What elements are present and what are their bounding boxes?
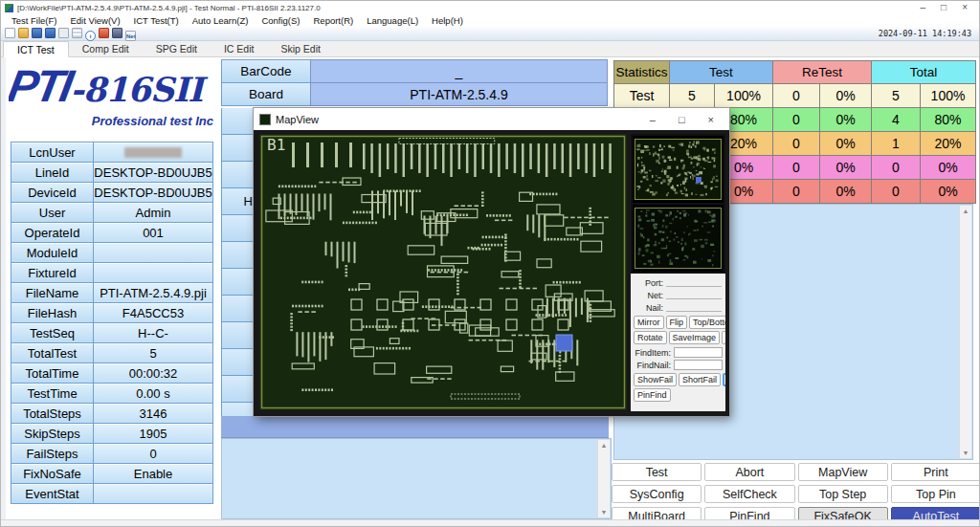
net-icon[interactable]: Net [125, 31, 136, 41]
stats-cell: 100% [715, 84, 773, 108]
pinfind-button[interactable]: PinFind [634, 388, 671, 402]
toolbar-icons: iNet [5, 25, 139, 42]
learn-icon[interactable] [99, 28, 109, 38]
info-label-eventstat: EventStat [11, 483, 94, 504]
maximize-button[interactable]: □ [941, 2, 947, 13]
scroll-down-icon[interactable]: ▼ [601, 509, 608, 516]
shortfail-button[interactable]: ShortFail [679, 373, 721, 386]
minimize-button[interactable]: – [921, 2, 926, 13]
tab-ict-test[interactable]: ICT Test [3, 41, 69, 57]
flip-button[interactable]: Flip [666, 316, 688, 329]
log-scrollbar[interactable]: ▲ ▼ [597, 440, 610, 517]
mapview-field-finditem: FindItem: [633, 346, 725, 359]
partial-row-label [222, 376, 254, 403]
mapview-button-row: MirrorFlipTop/Bottom [634, 316, 725, 329]
clear-button[interactable]: Clear [723, 373, 725, 386]
field-input-nail[interactable] [666, 303, 722, 312]
info-value-operateid: 001 [93, 222, 213, 243]
result-scrollbar[interactable]: ▲ ▼ [959, 206, 971, 458]
scroll-down-icon[interactable]: ▼ [963, 450, 969, 456]
close-button[interactable]: × [962, 2, 968, 13]
board-id-label: B1 [267, 136, 285, 154]
info-row: DeviceIdDESKTOP-BD0UJB5 [11, 182, 213, 203]
mapview-minimize-button[interactable]: – [650, 114, 656, 125]
save-icon[interactable] [32, 28, 42, 38]
left-frame-strip [1, 57, 6, 519]
info-row: TestTime0.00 s [11, 383, 213, 404]
field-label: FindItem: [633, 348, 671, 358]
grid-icon[interactable] [72, 28, 82, 38]
mapview-side-panel: Port:Net:Nail:MirrorFlipTop/BottomRotate… [631, 134, 725, 411]
color-button[interactable]: Color [722, 331, 725, 344]
info-icon[interactable]: i [85, 31, 96, 41]
tab-ic-edit[interactable]: IC Edit [211, 41, 268, 56]
pcb-map-canvas[interactable]: B1 [259, 134, 627, 410]
selfcheck-button[interactable]: SelfCheck [704, 485, 794, 503]
info-label-lineid: LineId [11, 162, 94, 183]
menu-item-auto-learn-z[interactable]: Auto Learn(Z) [186, 15, 256, 26]
mirror-button[interactable]: Mirror [634, 316, 664, 329]
scroll-up-icon[interactable]: ▲ [963, 208, 969, 214]
app-window: [D:\WorkFile\PTI-ATM-2.5.4.9\PTI-ATM-2.5… [0, 0, 980, 527]
top-bottom-button[interactable]: Top/Bottom [689, 316, 725, 329]
info-row: FileHashF4A5CC53 [11, 302, 213, 323]
mapview-maximize-button[interactable]: □ [679, 114, 685, 125]
info-label-totalsteps: TotalSteps [11, 403, 94, 424]
pcb-thumbnail-bottom[interactable] [633, 205, 724, 272]
scroll-up-icon[interactable]: ▲ [601, 442, 608, 449]
info-row: UserAdmin [11, 202, 213, 223]
mapview-window: MapView – □ × B1 Port:Net:Nail:MirrorFli… [254, 108, 729, 416]
mapview-field-net: Net: [633, 289, 725, 301]
test-button[interactable]: Test [612, 463, 702, 481]
showfail-button[interactable]: ShowFail [634, 373, 677, 386]
field-input-net[interactable] [666, 291, 722, 299]
board-row-barcode: BarCode_ [221, 59, 608, 83]
save-all-icon[interactable] [45, 28, 56, 38]
menu-item-config-s[interactable]: Config(S) [255, 15, 306, 26]
menu-item-help-h[interactable]: Help(H) [425, 15, 470, 26]
menu-item-language-l[interactable]: Language(L) [360, 15, 425, 26]
field-input-port[interactable] [666, 278, 722, 287]
mapview-titlebar[interactable]: MapView – □ × [254, 108, 729, 130]
mapview-field-findnail: FindNail: [633, 359, 725, 371]
field-input-finditem[interactable] [674, 347, 723, 358]
stats-group-header-test: Test [670, 61, 773, 84]
board-label-barcode: BarCode [221, 59, 311, 83]
tab-skip-edit[interactable]: Skip Edit [267, 41, 333, 56]
mapview-close-button[interactable]: × [708, 114, 714, 125]
main-content: PTI-816SII Professional test Inc LcnUser… [1, 57, 979, 519]
stats-group-header-retest: ReTest [773, 61, 872, 84]
menu-item-report-r[interactable]: Report(R) [307, 15, 361, 26]
top-pin-button[interactable]: Top Pin [891, 485, 980, 503]
top-step-button[interactable]: Top Step [798, 485, 888, 503]
tab-comp-edit[interactable]: Comp Edit [69, 41, 143, 56]
info-table: LcnUserLineIdDESKTOP-BD0UJB5DeviceIdDESK… [11, 143, 213, 504]
info-value-fixnosafe: Enable [93, 463, 213, 484]
new-file-icon[interactable] [5, 28, 15, 38]
action-button-grid: TestAbortMapViewPrintSysConfigSelfCheckT… [612, 463, 980, 525]
field-input-findnail[interactable] [674, 360, 723, 370]
sysconfig-button[interactable]: SysConfig [612, 485, 702, 503]
info-label-fixtureid: FixtureId [11, 262, 94, 283]
barcode-input[interactable]: _ [310, 59, 608, 83]
rotate-button[interactable]: Rotate [634, 331, 667, 344]
info-row: FixNoSafeEnable [11, 463, 213, 484]
partial-row-label [222, 296, 254, 322]
partial-row-label [222, 322, 254, 349]
info-value-totalsteps: 3146 [93, 403, 213, 424]
print-button[interactable]: Print [891, 463, 980, 481]
info-label-totaltime: TotalTime [11, 362, 94, 384]
info-label-filename: FileName [11, 282, 94, 303]
saveimage-button[interactable]: SaveImage [669, 331, 721, 344]
mapview-button[interactable]: MapView [798, 463, 888, 481]
report-icon[interactable] [58, 28, 69, 38]
stats-corner-header: Statistics [614, 61, 670, 84]
info-label-skipsteps: SkipSteps [11, 423, 94, 444]
config-icon[interactable] [112, 28, 122, 38]
tab-spg-edit[interactable]: SPG Edit [143, 41, 211, 56]
pcb-thumbnail-top[interactable] [633, 136, 724, 203]
stats-cell: 0% [820, 156, 872, 180]
partial-row-label [222, 403, 254, 416]
abort-button[interactable]: Abort [704, 463, 794, 481]
open-file-icon[interactable] [18, 28, 29, 38]
